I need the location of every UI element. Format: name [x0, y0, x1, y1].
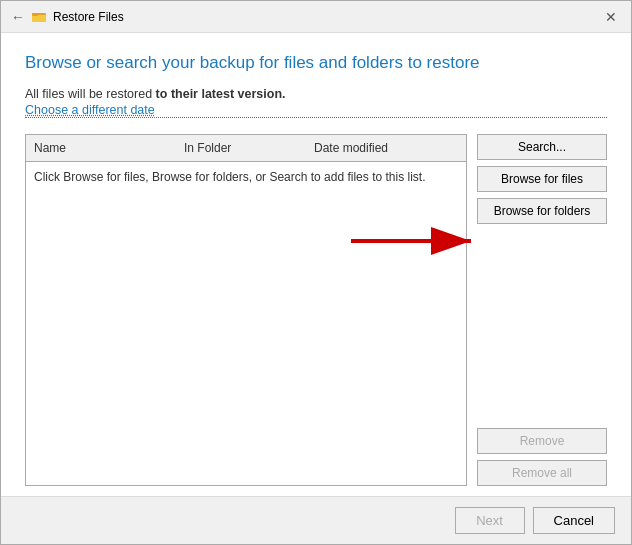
restore-files-window: ← Restore Files ✕ Browse or search your …: [0, 0, 632, 545]
window-title: Restore Files: [53, 10, 124, 24]
next-button[interactable]: Next: [455, 507, 525, 534]
restore-info-prefix: All files will be restored: [25, 87, 156, 101]
window-icon: [31, 9, 47, 25]
restore-info-bold: to their latest version.: [156, 87, 286, 101]
remove-all-button[interactable]: Remove all: [477, 460, 607, 486]
content-area: Browse or search your backup for files a…: [1, 33, 631, 496]
remove-button[interactable]: Remove: [477, 428, 607, 454]
back-button[interactable]: ←: [11, 9, 25, 25]
cancel-button[interactable]: Cancel: [533, 507, 615, 534]
file-table: Name In Folder Date modified Click Brows…: [25, 134, 467, 486]
search-button[interactable]: Search...: [477, 134, 607, 160]
browse-files-button[interactable]: Browse for files: [477, 166, 607, 192]
title-bar-left: ← Restore Files: [11, 9, 124, 25]
spacer: [477, 230, 607, 422]
svg-rect-2: [32, 13, 38, 16]
footer: Next Cancel: [1, 496, 631, 544]
page-title: Browse or search your backup for files a…: [25, 53, 607, 73]
close-button[interactable]: ✕: [599, 5, 623, 29]
table-body: Click Browse for files, Browse for folde…: [26, 162, 466, 485]
restore-info: All files will be restored to their late…: [25, 87, 607, 101]
col-folder: In Folder: [176, 139, 306, 157]
title-bar: ← Restore Files ✕: [1, 1, 631, 33]
choose-date-link[interactable]: Choose a different date: [25, 103, 607, 118]
browse-folders-button[interactable]: Browse for folders: [477, 198, 607, 224]
main-area: Name In Folder Date modified Click Brows…: [25, 134, 607, 486]
table-header: Name In Folder Date modified: [26, 135, 466, 162]
empty-message: Click Browse for files, Browse for folde…: [34, 170, 425, 184]
side-buttons: Search... Browse for files Browse for fo…: [477, 134, 607, 486]
col-name: Name: [26, 139, 176, 157]
col-date: Date modified: [306, 139, 466, 157]
svg-rect-1: [32, 15, 46, 22]
